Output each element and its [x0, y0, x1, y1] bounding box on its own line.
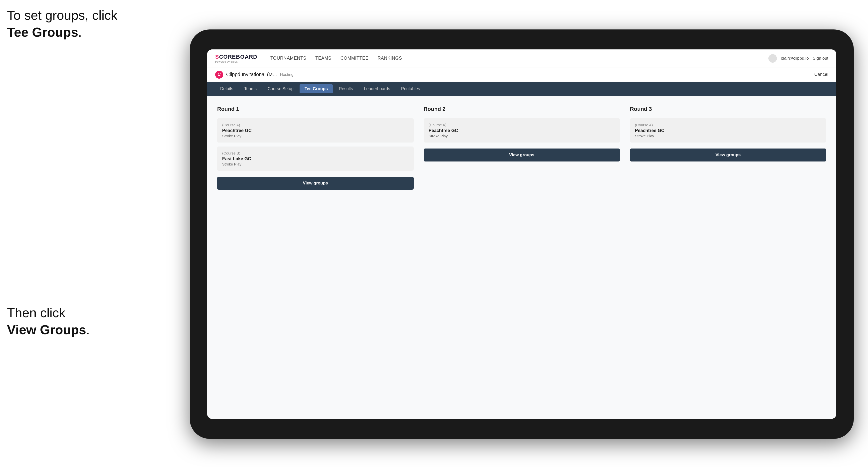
- rounds-grid: Round 1 (Course A) Peachtree GC Stroke P…: [217, 106, 826, 190]
- cancel-button[interactable]: Cancel: [814, 72, 828, 77]
- round-1-course-b-name: East Lake GC: [222, 156, 409, 161]
- instruction-bottom-line1: Then click: [7, 306, 65, 320]
- top-nav: SCOREBOARD Powered by clippit TOURNAMENT…: [207, 50, 836, 67]
- main-content: Round 1 (Course A) Peachtree GC Stroke P…: [207, 96, 836, 419]
- tab-results[interactable]: Results: [334, 84, 358, 93]
- round-2-column: Round 2 (Course A) Peachtree GC Stroke P…: [424, 106, 620, 190]
- tablet-screen: SCOREBOARD Powered by clippit TOURNAMENT…: [207, 50, 836, 419]
- tab-tee-groups[interactable]: Tee Groups: [300, 84, 333, 93]
- tab-printables[interactable]: Printables: [396, 84, 425, 93]
- round-2-view-groups-button[interactable]: View groups: [424, 149, 620, 161]
- nav-tournaments[interactable]: TOURNAMENTS: [270, 56, 306, 61]
- round-3-course-a-type: Stroke Play: [635, 134, 821, 138]
- logo-sub: Powered by clippit: [215, 60, 257, 63]
- instruction-bottom-view-groups: View Groups: [7, 322, 86, 337]
- round-1-course-b-label: (Course B): [222, 151, 409, 155]
- round-3-view-groups-button[interactable]: View groups: [630, 149, 826, 161]
- user-avatar: [768, 54, 777, 63]
- hosting-badge: Hosting: [280, 72, 293, 77]
- instruction-top-tee-groups: Tee Groups: [7, 25, 78, 39]
- round-1-course-b: (Course B) East Lake GC Stroke Play: [217, 147, 414, 171]
- tournament-title: Clippd Invitational (M...: [226, 72, 277, 77]
- round-2-title: Round 2: [424, 106, 620, 112]
- nav-rankings[interactable]: RANKINGS: [377, 56, 402, 61]
- tab-course-setup[interactable]: Course Setup: [262, 84, 299, 93]
- round-1-course-a-type: Stroke Play: [222, 134, 409, 138]
- round-3-course-a-name: Peachtree GC: [635, 128, 821, 133]
- round-1-course-a: (Course A) Peachtree GC Stroke Play: [217, 118, 414, 143]
- tab-details[interactable]: Details: [215, 84, 238, 93]
- logo-area: SCOREBOARD Powered by clippit: [215, 54, 257, 63]
- instruction-top-line1: To set groups, click: [7, 8, 117, 23]
- tab-leaderboards[interactable]: Leaderboards: [359, 84, 395, 93]
- round-3-course-a: (Course A) Peachtree GC Stroke Play: [630, 118, 826, 143]
- sign-out-link[interactable]: Sign out: [813, 56, 828, 61]
- nav-committee[interactable]: COMMITTEE: [341, 56, 369, 61]
- nav-right: blair@clippd.io Sign out: [768, 54, 828, 63]
- tab-teams[interactable]: Teams: [239, 84, 261, 93]
- round-1-view-groups-button[interactable]: View groups: [217, 177, 414, 190]
- logo-text: SCOREBOARD: [215, 54, 257, 60]
- instruction-bottom: Then click View Groups.: [7, 305, 90, 338]
- tablet-frame: SCOREBOARD Powered by clippit TOURNAMENT…: [190, 29, 854, 439]
- round-3-course-a-label: (Course A): [635, 123, 821, 127]
- round-2-course-a: (Course A) Peachtree GC Stroke Play: [424, 118, 620, 143]
- tournament-bar: C Clippd Invitational (M... Hosting Canc…: [207, 67, 836, 82]
- nav-items: TOURNAMENTS TEAMS COMMITTEE RANKINGS: [270, 56, 758, 61]
- tab-bar: Details Teams Course Setup Tee Groups Re…: [207, 82, 836, 96]
- instruction-top: To set groups, click Tee Groups.: [7, 7, 117, 41]
- round-1-column: Round 1 (Course A) Peachtree GC Stroke P…: [217, 106, 414, 190]
- tournament-logo: C: [215, 71, 223, 79]
- round-2-course-a-type: Stroke Play: [429, 134, 615, 138]
- nav-teams[interactable]: TEAMS: [315, 56, 332, 61]
- round-1-course-b-type: Stroke Play: [222, 162, 409, 166]
- round-3-column: Round 3 (Course A) Peachtree GC Stroke P…: [630, 106, 826, 190]
- round-1-title: Round 1: [217, 106, 414, 112]
- user-email: blair@clippd.io: [781, 56, 809, 61]
- round-2-course-a-label: (Course A): [429, 123, 615, 127]
- tournament-name-area: C Clippd Invitational (M... Hosting: [215, 71, 293, 79]
- round-1-course-a-name: Peachtree GC: [222, 128, 409, 133]
- round-1-course-a-label: (Course A): [222, 123, 409, 127]
- round-2-course-a-name: Peachtree GC: [429, 128, 615, 133]
- round-3-title: Round 3: [630, 106, 826, 112]
